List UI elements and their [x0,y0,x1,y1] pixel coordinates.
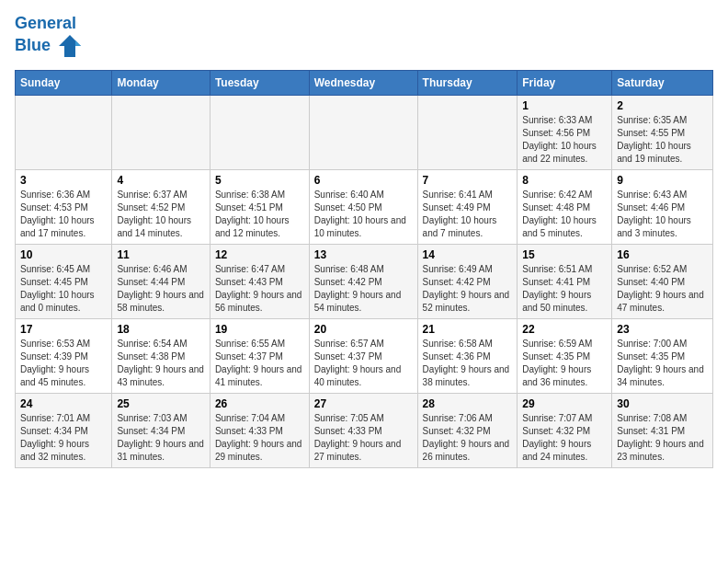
day-info: Sunrise: 6:49 AMSunset: 4:42 PMDaylight:… [423,263,513,315]
calendar-cell: 7Sunrise: 6:41 AMSunset: 4:49 PMDaylight… [417,169,518,244]
calendar-cell [16,95,112,169]
day-number: 12 [215,248,304,261]
weekday-header-friday: Friday [518,70,612,95]
calendar-table: SundayMondayTuesdayWednesdayThursdayFrid… [15,70,713,468]
day-info: Sunrise: 6:41 AMSunset: 4:49 PMDaylight:… [423,189,513,240]
day-info: Sunrise: 6:37 AMSunset: 4:52 PMDaylight:… [117,189,204,240]
calendar-cell: 11Sunrise: 6:46 AMSunset: 4:44 PMDayligh… [112,244,210,318]
calendar-cell: 26Sunrise: 7:04 AMSunset: 4:33 PMDayligh… [210,393,309,467]
day-info: Sunrise: 7:00 AMSunset: 4:35 PMDaylight:… [617,338,708,389]
day-number: 29 [522,397,607,410]
calendar-cell: 28Sunrise: 7:06 AMSunset: 4:32 PMDayligh… [417,393,518,467]
day-info: Sunrise: 6:51 AMSunset: 4:41 PMDaylight:… [522,263,607,315]
day-number: 23 [617,323,708,336]
day-number: 30 [617,397,708,410]
day-number: 28 [423,397,513,410]
day-info: Sunrise: 7:05 AMSunset: 4:33 PMDaylight:… [314,412,413,464]
calendar-cell: 21Sunrise: 6:58 AMSunset: 4:36 PMDayligh… [417,318,518,393]
day-number: 3 [20,174,107,187]
day-info: Sunrise: 7:01 AMSunset: 4:34 PMDaylight:… [20,412,107,464]
calendar-cell: 30Sunrise: 7:08 AMSunset: 4:31 PMDayligh… [612,393,713,467]
calendar-cell: 20Sunrise: 6:57 AMSunset: 4:37 PMDayligh… [309,318,417,393]
day-number: 1 [522,99,607,112]
day-info: Sunrise: 6:57 AMSunset: 4:37 PMDaylight:… [314,338,413,389]
weekday-header-tuesday: Tuesday [210,70,309,95]
day-info: Sunrise: 6:33 AMSunset: 4:56 PMDaylight:… [522,114,607,166]
weekday-header-row: SundayMondayTuesdayWednesdayThursdayFrid… [16,70,713,95]
calendar-week-3: 10Sunrise: 6:45 AMSunset: 4:45 PMDayligh… [16,244,713,318]
calendar-week-4: 17Sunrise: 6:53 AMSunset: 4:39 PMDayligh… [16,318,713,393]
day-info: Sunrise: 7:04 AMSunset: 4:33 PMDaylight:… [215,412,304,464]
calendar-cell [417,95,518,169]
calendar-cell: 24Sunrise: 7:01 AMSunset: 4:34 PMDayligh… [16,393,112,467]
day-number: 17 [20,323,107,336]
day-number: 21 [423,323,513,336]
calendar-cell: 9Sunrise: 6:43 AMSunset: 4:46 PMDaylight… [612,169,713,244]
svg-marker-1 [75,40,81,46]
calendar-cell: 25Sunrise: 7:03 AMSunset: 4:34 PMDayligh… [112,393,210,467]
day-number: 5 [215,174,304,187]
page-header: General Blue [15,15,713,59]
day-number: 9 [617,174,708,187]
day-number: 26 [215,397,304,410]
day-info: Sunrise: 6:59 AMSunset: 4:35 PMDaylight:… [522,338,607,389]
day-number: 14 [423,248,513,261]
calendar-cell: 5Sunrise: 6:38 AMSunset: 4:51 PMDaylight… [210,169,309,244]
day-info: Sunrise: 6:52 AMSunset: 4:40 PMDaylight:… [617,263,708,315]
day-number: 8 [522,174,607,187]
day-info: Sunrise: 7:03 AMSunset: 4:34 PMDaylight:… [117,412,204,464]
day-info: Sunrise: 6:35 AMSunset: 4:55 PMDaylight:… [617,114,708,166]
calendar-week-5: 24Sunrise: 7:01 AMSunset: 4:34 PMDayligh… [16,393,713,467]
calendar-cell [210,95,309,169]
logo-general: General [15,14,76,32]
calendar-cell: 2Sunrise: 6:35 AMSunset: 4:55 PMDaylight… [612,95,713,169]
calendar-cell: 22Sunrise: 6:59 AMSunset: 4:35 PMDayligh… [518,318,612,393]
day-number: 22 [522,323,607,336]
calendar-cell [309,95,417,169]
day-info: Sunrise: 6:47 AMSunset: 4:43 PMDaylight:… [215,263,304,315]
day-info: Sunrise: 7:06 AMSunset: 4:32 PMDaylight:… [423,412,513,464]
weekday-header-monday: Monday [112,70,210,95]
weekday-header-sunday: Sunday [16,70,112,95]
calendar-cell: 8Sunrise: 6:42 AMSunset: 4:48 PMDaylight… [518,169,612,244]
day-number: 16 [617,248,708,261]
logo: General Blue [15,15,83,59]
calendar-cell: 3Sunrise: 6:36 AMSunset: 4:53 PMDaylight… [16,169,112,244]
day-number: 7 [423,174,513,187]
calendar-cell: 6Sunrise: 6:40 AMSunset: 4:50 PMDaylight… [309,169,417,244]
calendar-header: SundayMondayTuesdayWednesdayThursdayFrid… [16,70,713,95]
calendar-cell: 23Sunrise: 7:00 AMSunset: 4:35 PMDayligh… [612,318,713,393]
day-info: Sunrise: 6:48 AMSunset: 4:42 PMDaylight:… [314,263,413,315]
calendar-cell [112,95,210,169]
calendar-cell: 15Sunrise: 6:51 AMSunset: 4:41 PMDayligh… [518,244,612,318]
day-info: Sunrise: 7:07 AMSunset: 4:32 PMDaylight:… [522,412,607,464]
day-info: Sunrise: 6:45 AMSunset: 4:45 PMDaylight:… [20,263,107,315]
day-number: 2 [617,99,708,112]
day-number: 11 [117,248,204,261]
day-number: 15 [522,248,607,261]
day-info: Sunrise: 6:43 AMSunset: 4:46 PMDaylight:… [617,189,708,240]
logo-icon [57,33,83,59]
calendar-cell: 16Sunrise: 6:52 AMSunset: 4:40 PMDayligh… [612,244,713,318]
day-info: Sunrise: 6:55 AMSunset: 4:37 PMDaylight:… [215,338,304,389]
day-info: Sunrise: 6:42 AMSunset: 4:48 PMDaylight:… [522,189,607,240]
day-number: 18 [117,323,204,336]
calendar-cell: 10Sunrise: 6:45 AMSunset: 4:45 PMDayligh… [16,244,112,318]
day-number: 25 [117,397,204,410]
calendar-cell: 19Sunrise: 6:55 AMSunset: 4:37 PMDayligh… [210,318,309,393]
day-info: Sunrise: 6:38 AMSunset: 4:51 PMDaylight:… [215,189,304,240]
day-number: 4 [117,174,204,187]
calendar-cell: 14Sunrise: 6:49 AMSunset: 4:42 PMDayligh… [417,244,518,318]
calendar-cell: 4Sunrise: 6:37 AMSunset: 4:52 PMDaylight… [112,169,210,244]
day-info: Sunrise: 6:40 AMSunset: 4:50 PMDaylight:… [314,189,413,240]
day-number: 6 [314,174,413,187]
day-number: 13 [314,248,413,261]
day-number: 27 [314,397,413,410]
day-info: Sunrise: 6:58 AMSunset: 4:36 PMDaylight:… [423,338,513,389]
day-number: 10 [20,248,107,261]
calendar-cell: 29Sunrise: 7:07 AMSunset: 4:32 PMDayligh… [518,393,612,467]
weekday-header-wednesday: Wednesday [309,70,417,95]
day-info: Sunrise: 7:08 AMSunset: 4:31 PMDaylight:… [617,412,708,464]
weekday-header-saturday: Saturday [612,70,713,95]
day-info: Sunrise: 6:36 AMSunset: 4:53 PMDaylight:… [20,189,107,240]
